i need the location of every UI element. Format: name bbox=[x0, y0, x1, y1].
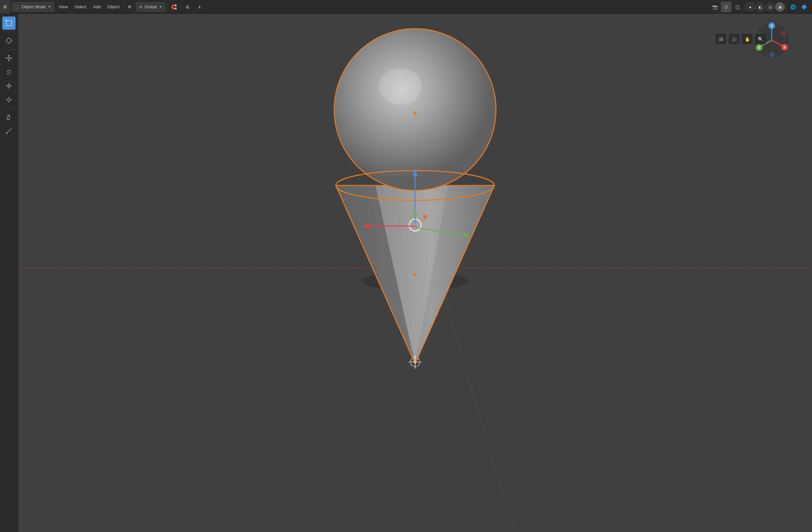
orientation-dropdown-arrow: ▼ bbox=[159, 5, 162, 9]
object-menu[interactable]: Object bbox=[104, 0, 123, 14]
select-box-icon bbox=[5, 19, 13, 27]
transform-orientation-label: Global bbox=[144, 4, 157, 9]
sphere-highlight bbox=[379, 68, 422, 105]
sphere-object[interactable] bbox=[334, 29, 496, 190]
transform-pivot-icon: ⊕ bbox=[128, 4, 131, 9]
mode-dropdown-arrow: ▼ bbox=[48, 5, 51, 9]
shading-separator bbox=[744, 3, 744, 11]
render-icon: 🔷 bbox=[801, 4, 807, 10]
solid-shading-button[interactable]: ● bbox=[745, 2, 755, 12]
sphere-mesh bbox=[334, 29, 496, 190]
header-separator-1 bbox=[124, 3, 124, 11]
svg-marker-10 bbox=[8, 60, 10, 61]
header-right-controls: 📷 ⊙ ◫ ● ◐ ◎ ◉ 🌐 🔷 bbox=[710, 0, 809, 14]
move-icon bbox=[5, 55, 13, 62]
right-separator bbox=[786, 3, 786, 11]
svg-text:🔍: 🔍 bbox=[758, 36, 764, 42]
rendered-shading-icon: ◎ bbox=[768, 5, 772, 10]
overlay-icon: ⊙ bbox=[724, 4, 728, 10]
viewport-3d[interactable]: User Perspective (1) Collection | Cone bbox=[18, 14, 812, 532]
svg-line-24 bbox=[8, 115, 10, 116]
svg-marker-11 bbox=[5, 57, 7, 59]
snap-toggle[interactable]: 🧲 bbox=[168, 0, 180, 14]
viewport-overlays-button[interactable]: ⊙ bbox=[721, 2, 731, 12]
svg-point-19 bbox=[8, 98, 10, 101]
mode-dropdown[interactable]: ⬛ Object Mode ▼ bbox=[12, 2, 54, 12]
transform-tool[interactable] bbox=[2, 93, 15, 106]
rotate-icon bbox=[5, 68, 13, 76]
proportional-falloff-icon: ∧ bbox=[198, 4, 201, 10]
mode-label: Object Mode bbox=[21, 4, 46, 9]
add-menu[interactable]: Add bbox=[90, 0, 104, 14]
cone-origin-dot bbox=[414, 273, 417, 276]
cursor-icon bbox=[5, 37, 13, 44]
annotate-tool[interactable] bbox=[2, 110, 15, 124]
material-shading-button[interactable]: ◐ bbox=[755, 2, 765, 12]
svg-point-104 bbox=[769, 52, 774, 57]
scene-properties-button[interactable]: 🌐 bbox=[787, 2, 798, 12]
transform-icon bbox=[5, 96, 13, 103]
annotate-icon bbox=[5, 114, 13, 121]
proportional-edit-toggle[interactable]: ⊚ bbox=[182, 0, 193, 14]
rendered-shading-button[interactable]: ◎ bbox=[766, 2, 775, 12]
measure-icon bbox=[5, 128, 13, 135]
svg-text:X: X bbox=[783, 45, 786, 49]
transform-pivot-button[interactable]: ⊕ bbox=[125, 0, 135, 14]
eevee-shading-button[interactable]: ◉ bbox=[775, 2, 785, 12]
solid-shading-icon: ● bbox=[749, 5, 752, 10]
svg-point-2 bbox=[6, 38, 11, 43]
select-box-tool[interactable] bbox=[2, 16, 15, 30]
mode-icon: ⬛ bbox=[15, 5, 19, 9]
svg-line-25 bbox=[6, 128, 12, 134]
scene-svg: Z X Y ⊞ 🎥 ✋ 🔍 bbox=[18, 14, 812, 532]
scene-icon: 🌐 bbox=[790, 4, 796, 10]
xray-toggle[interactable]: ◫ bbox=[732, 2, 743, 12]
render-properties-button[interactable]: 🔷 bbox=[799, 2, 809, 12]
editor-type-icon: ⊞ bbox=[3, 4, 7, 9]
header-separator-3 bbox=[180, 3, 181, 11]
transform-xz-handle[interactable] bbox=[423, 215, 427, 219]
proportional-edit-icon: ⊚ bbox=[186, 4, 190, 10]
left-toolbar bbox=[0, 14, 18, 532]
toolbar-separator-1 bbox=[3, 32, 15, 32]
select-menu[interactable]: Select bbox=[71, 0, 90, 14]
svg-text:🎥: 🎥 bbox=[731, 36, 737, 42]
measure-tool[interactable] bbox=[2, 124, 15, 138]
transform-orientation-icon: ⊙ bbox=[139, 5, 142, 9]
eevee-shading-icon: ◉ bbox=[778, 5, 782, 10]
svg-rect-14 bbox=[8, 85, 10, 87]
scale-tool[interactable] bbox=[2, 79, 15, 92]
svg-point-106 bbox=[781, 31, 786, 36]
header-bar: ⊞ ⬛ Object Mode ▼ View Select Add Object… bbox=[0, 0, 812, 14]
svg-rect-0 bbox=[6, 20, 12, 26]
svg-point-1 bbox=[5, 20, 7, 21]
overlay-dropdown-button[interactable]: 📷 bbox=[710, 2, 720, 12]
camera-icon: 📷 bbox=[712, 4, 718, 10]
editor-type-button[interactable]: ⊞ bbox=[0, 0, 10, 14]
move-tool[interactable] bbox=[2, 51, 15, 65]
transform-orientation-dropdown[interactable]: ⊙ Global ▼ bbox=[136, 2, 165, 12]
view-menu[interactable]: View bbox=[56, 0, 71, 14]
svg-text:Z: Z bbox=[771, 24, 773, 28]
proportional-falloff-button[interactable]: ∧ bbox=[193, 0, 205, 14]
xray-icon: ◫ bbox=[735, 4, 740, 10]
svg-text:⊞: ⊞ bbox=[719, 36, 723, 42]
rotate-tool[interactable] bbox=[2, 65, 15, 78]
toolbar-separator-2 bbox=[3, 49, 15, 49]
scale-icon bbox=[5, 82, 13, 89]
svg-marker-12 bbox=[11, 57, 12, 59]
cursor-tool[interactable] bbox=[2, 34, 15, 47]
snap-icon: 🧲 bbox=[171, 4, 177, 10]
svg-text:✋: ✋ bbox=[745, 36, 751, 42]
material-shading-icon: ◐ bbox=[758, 5, 762, 10]
sphere-origin-dot bbox=[414, 111, 417, 115]
transform-yz-handle[interactable] bbox=[413, 212, 417, 216]
svg-marker-13 bbox=[7, 73, 9, 75]
header-separator-2 bbox=[167, 3, 168, 11]
svg-marker-9 bbox=[8, 55, 10, 56]
svg-text:Y: Y bbox=[758, 46, 760, 49]
toolbar-separator-3 bbox=[3, 108, 15, 108]
